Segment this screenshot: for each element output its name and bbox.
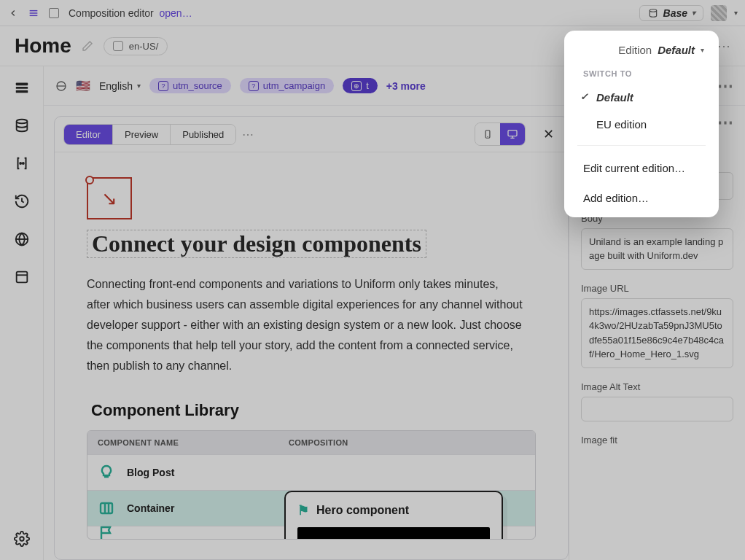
breadcrumb-status[interactable]: open… (160, 7, 192, 19)
hero-body-text: Connecting front-end components and vari… (87, 274, 524, 376)
page-title: Home (15, 34, 71, 58)
image-alt-field[interactable] (581, 397, 733, 421)
image-url-field[interactable]: https://images.ctfassets.net/9ku4k3wo/2H… (581, 298, 733, 368)
tab-editor[interactable]: Editor (64, 125, 112, 144)
add-edition-action[interactable]: Add edition… (564, 183, 719, 213)
sidebar-settings-icon[interactable] (14, 531, 30, 547)
hero-headline[interactable]: Connect your design components (87, 230, 426, 258)
app-topbar: Composition editor open… Base ▾ ▾ (0, 0, 745, 26)
hero-card-title: Hero component (316, 504, 409, 517)
device-desktop-button[interactable] (500, 123, 525, 145)
tag-glyph-icon: ? (158, 81, 168, 91)
edition-option-default[interactable]: Default (564, 84, 719, 111)
sidebar-history-icon[interactable] (14, 193, 30, 209)
flag-icon (96, 523, 117, 540)
canvas-frame: Editor Preview Published ⋯ ✕ ↘ C (54, 116, 569, 560)
tab-preview[interactable]: Preview (112, 125, 170, 144)
sidebar-panel-icon[interactable] (14, 269, 30, 285)
columns-icon (96, 498, 117, 518)
filter-more-link[interactable]: +3 more (386, 80, 426, 92)
locale-selector[interactable]: en-US/ (104, 37, 168, 55)
tag-glyph-icon: ? (249, 81, 259, 91)
edition-dropdown-header[interactable]: Edition Default ▾ (564, 36, 719, 66)
svg-rect-4 (15, 83, 28, 86)
hero-card-preview (297, 527, 490, 540)
tab-published[interactable]: Published (170, 125, 235, 144)
document-icon (48, 7, 60, 19)
canvas-toolbar: Editor Preview Published ⋯ ✕ (55, 117, 568, 152)
sidebar-compose-icon[interactable] (14, 79, 30, 96)
svg-point-13 (20, 537, 24, 541)
filter-tag-utm-source[interactable]: ?utm_source (149, 78, 231, 93)
flag-icon: ⚑ (297, 502, 309, 518)
menu-icon[interactable] (28, 7, 39, 19)
column-header-composition: COMPOSITION (278, 431, 359, 454)
view-mode-tabs: Editor Preview Published (63, 124, 236, 145)
filter-tag-t[interactable]: ⊕t (343, 78, 378, 93)
bulb-icon (96, 462, 117, 483)
svg-point-3 (650, 9, 656, 12)
field-label: Image fit (581, 435, 733, 446)
edition-dropdown: Edition Default ▾ SWITCH TO Default EU e… (564, 31, 719, 217)
sidebar-brackets-icon[interactable] (14, 155, 30, 171)
svg-rect-11 (16, 272, 27, 283)
row-name: Container (127, 502, 174, 514)
hero-icon: ↘ (87, 177, 132, 219)
device-toggle (475, 122, 526, 146)
component-library-table: COMPONENT NAME COMPOSITION Blog Post Con… (87, 430, 536, 540)
svg-rect-6 (15, 90, 28, 93)
svg-rect-18 (508, 131, 517, 136)
edition-option-eu[interactable]: EU edition (564, 111, 719, 138)
globe-icon (55, 80, 67, 92)
svg-point-7 (16, 120, 27, 124)
svg-point-9 (22, 163, 23, 164)
more-menu-icon[interactable]: ⋯ (717, 77, 733, 96)
dropdown-section-label: SWITCH TO (564, 66, 719, 84)
breadcrumb: Composition editor open… (69, 7, 192, 19)
svg-rect-21 (101, 503, 112, 513)
field-label: Image Alt Text (581, 381, 733, 392)
body-field[interactable]: Uniland is an example landing page built… (581, 228, 733, 270)
language-selector[interactable]: English▾ (99, 80, 141, 92)
locale-icon (113, 41, 123, 51)
app-sidebar (0, 66, 44, 560)
flag-icon: 🇺🇸 (76, 79, 90, 93)
row-name: Blog Post (127, 467, 174, 478)
chevron-down-icon: ▾ (692, 9, 695, 17)
back-icon[interactable] (7, 7, 19, 19)
user-avatar[interactable] (711, 5, 727, 21)
more-menu-icon[interactable]: ⋯ (717, 38, 732, 54)
close-button[interactable]: ✕ (537, 123, 559, 145)
field-label: Image URL (581, 283, 733, 294)
more-menu-icon[interactable]: ⋯ (242, 128, 255, 141)
chevron-down-icon[interactable]: ▾ (734, 9, 738, 17)
library-title: Component Library (91, 401, 536, 420)
sidebar-data-icon[interactable] (14, 117, 30, 133)
hero-component-card[interactable]: ⚑Hero component (284, 491, 503, 540)
pencil-icon[interactable] (82, 40, 93, 52)
sidebar-globe-icon[interactable] (14, 231, 30, 247)
chevron-down-icon: ▾ (701, 46, 704, 54)
filter-tag-utm-campaign[interactable]: ?utm_campaign (240, 78, 334, 93)
tag-glyph-icon: ⊕ (351, 81, 362, 91)
device-mobile-button[interactable] (475, 123, 500, 145)
table-row[interactable]: Blog Post (87, 454, 535, 490)
svg-point-8 (20, 163, 21, 164)
environment-selector[interactable]: Base ▾ (639, 5, 703, 21)
svg-rect-5 (15, 87, 28, 89)
database-icon (647, 7, 659, 19)
column-header-name: COMPONENT NAME (87, 431, 278, 454)
edit-edition-action[interactable]: Edit current edition… (564, 153, 719, 183)
